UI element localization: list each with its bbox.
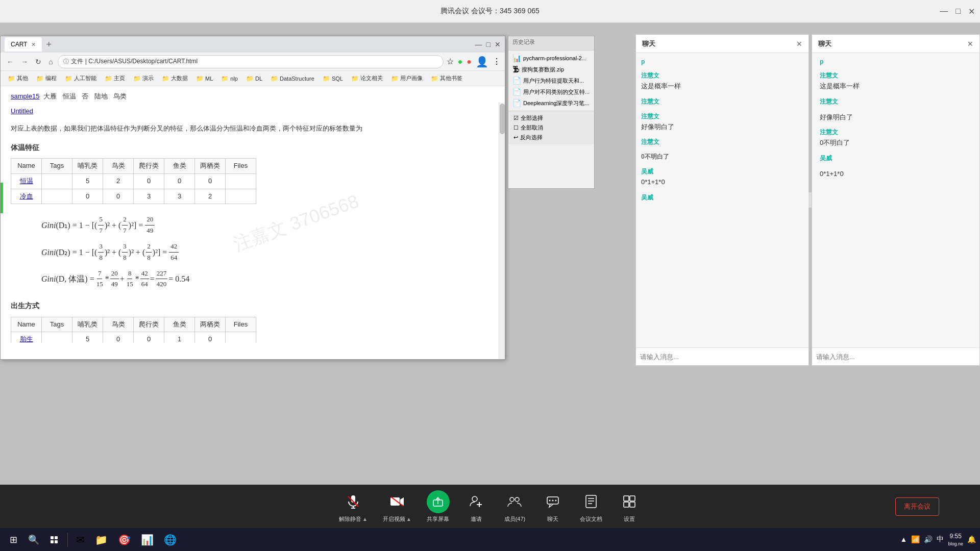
browser-minimize[interactable]: — <box>475 40 482 48</box>
chat-input-right[interactable] <box>816 353 975 361</box>
bookmark-user[interactable]: 📁 用户画像 <box>388 73 426 83</box>
taskbar-chrome[interactable]: 🌐 <box>160 532 181 548</box>
avatar-icon[interactable]: 👤 <box>476 56 488 68</box>
new-tab-button[interactable]: + <box>46 39 52 50</box>
taskbar-tencent[interactable]: 🎯 <box>114 532 135 548</box>
content-area: sample15 大雁 恒温 否 陆地 鸟类 Untitled 对应上表的数据，… <box>11 91 495 343</box>
th-tags: Tags <box>42 159 72 174</box>
taskbar-mail[interactable]: ✉ <box>72 532 89 548</box>
file-item-deep[interactable]: 📄 Deeplearning深度学习笔... <box>508 97 594 109</box>
file-item-sougou[interactable]: 🗜 搜狗复赛数据.zip <box>508 64 594 75</box>
td-m4: 3 <box>164 189 195 204</box>
chat-message: 吴威 <box>641 193 803 202</box>
bookmark-label: 编程 <box>45 74 57 82</box>
td-files <box>226 189 256 204</box>
taskbar-separator <box>67 533 68 547</box>
invert-btn[interactable]: ↩ 反向选择 <box>511 133 591 142</box>
frac-numerator: 227 <box>156 268 168 280</box>
browser-tab[interactable]: CART ✕ <box>5 37 42 52</box>
untitled-link[interactable]: Untitled <box>11 107 33 115</box>
input-icon[interactable]: 中 <box>937 535 944 544</box>
tab-close[interactable]: ✕ <box>31 41 36 48</box>
bookmark-ai[interactable]: 📁 人工智能 <box>62 73 100 83</box>
address-bar[interactable]: ⓘ 文件 | C:/Users/ASUS/Desktop/cart/CART.h… <box>58 55 443 68</box>
bookmark-label: SQL <box>332 76 343 82</box>
green-icon[interactable]: ● <box>458 57 463 66</box>
taisheng-link[interactable]: 胎生 <box>20 335 33 343</box>
file-item-pycharm[interactable]: 📊 pycharm-professional-2... <box>508 53 594 64</box>
bookmark-qita[interactable]: 📁 其他 <box>5 73 31 83</box>
taskbar-explorer[interactable]: 📁 <box>91 532 112 548</box>
lengxue-link[interactable]: 冷血 <box>20 192 33 200</box>
members-button[interactable]: 成员(47) <box>503 490 526 523</box>
td-m1: 5 <box>72 332 103 343</box>
frac-numerator: 3 <box>98 241 104 253</box>
bookmark-yanshi[interactable]: 📁 演示 <box>130 73 157 83</box>
file-item-user2[interactable]: 📄 用户对不同类别的交互特... <box>508 86 594 97</box>
chat-close-button[interactable]: ✕ <box>796 40 802 48</box>
search-button[interactable]: 🔍 <box>24 531 43 549</box>
volume-icon[interactable]: 🔊 <box>924 535 933 543</box>
bookmark-label: 主页 <box>114 74 125 82</box>
unmute-button[interactable]: 解除静音 ▲ <box>339 490 368 523</box>
frac-numerator: 2 <box>122 214 128 226</box>
chat-icon <box>542 490 565 513</box>
notification-icon[interactable]: 🔔 <box>967 535 976 543</box>
video-button[interactable]: 开启视频 ▲ <box>383 490 411 523</box>
bookmark-bigdata[interactable]: 📁 大数据 <box>159 73 191 83</box>
bookmark-dl[interactable]: 📁 DL <box>243 74 265 83</box>
taskview-button[interactable] <box>45 531 63 549</box>
settings-button[interactable]: 设置 <box>618 490 641 523</box>
deselect-all-btn[interactable]: ☐ 全部取消 <box>511 123 591 133</box>
leave-meeting-button[interactable]: 离开会议 <box>895 497 939 516</box>
file-item-user1[interactable]: 📄 用户行为特征提取天和... <box>508 75 594 86</box>
share-button[interactable]: 共享屏幕 <box>427 490 450 523</box>
td-tags <box>42 189 72 204</box>
chat-sender: 吴威 <box>820 154 972 163</box>
reload-button[interactable]: ↻ <box>33 57 43 67</box>
math-section: Gini (D₁) = 1 − [( 5 7 )² + ( 2 7 )²] = … <box>41 214 495 290</box>
menu-icon[interactable]: ⋮ <box>493 57 501 66</box>
maximize-button[interactable]: □ <box>955 7 961 16</box>
red-icon[interactable]: ● <box>467 57 472 66</box>
forward-button[interactable]: → <box>19 57 30 67</box>
bookmark-paper[interactable]: 📁 论文相关 <box>348 73 386 83</box>
bookmark-sql[interactable]: 📁 SQL <box>320 74 346 83</box>
mic-icon <box>342 490 365 513</box>
sample15-link[interactable]: sample15 <box>11 91 39 102</box>
taskbar-excel[interactable]: 📊 <box>137 532 158 548</box>
browser-close[interactable]: ✕ <box>495 40 501 48</box>
table-row: 恒温 5 2 0 0 0 <box>11 173 256 189</box>
bookmark-label: ML <box>205 76 213 82</box>
close-button[interactable]: ✕ <box>968 7 975 16</box>
minimize-button[interactable]: — <box>940 7 948 16</box>
svg-rect-4 <box>390 497 400 506</box>
bookmark-other-books[interactable]: 📁 其他书签 <box>428 73 465 83</box>
select-all-btn[interactable]: ☑ 全部选择 <box>511 113 591 123</box>
start-button[interactable]: ⊞ <box>4 531 22 549</box>
chat-button[interactable]: 聊天 <box>542 490 565 523</box>
bookmark-home[interactable]: 📁 主页 <box>102 73 128 83</box>
section1-title: 体温特征 <box>11 142 495 153</box>
bookmark-ml[interactable]: 📁 ML <box>193 74 216 83</box>
docs-button[interactable]: 会议文档 <box>580 490 603 523</box>
bookmark-ds[interactable]: 📁 DataStructure <box>267 74 317 83</box>
clock: 9:55 blog.ne <box>948 532 963 547</box>
gini-d2-line: Gini (D₂) = 1 − [( 3 8 )² + ( 3 8 )² + (… <box>41 241 495 263</box>
chat-message: p <box>641 58 803 65</box>
home-button[interactable]: ⌂ <box>46 57 55 67</box>
bookmark-biancheng[interactable]: 📁 编程 <box>33 73 60 83</box>
chat-input[interactable] <box>640 353 804 361</box>
bookmark-nlp[interactable]: 📁 nlp <box>218 74 241 83</box>
scroll-thumb[interactable] <box>500 104 505 134</box>
browser-maximize[interactable]: □ <box>486 40 491 48</box>
network-icon[interactable]: 📶 <box>911 535 920 543</box>
scrollbar[interactable] <box>499 103 505 359</box>
hengwen-link[interactable]: 恒温 <box>20 177 33 185</box>
system-tray-arrow[interactable]: ▲ <box>900 535 908 543</box>
chat-close-right[interactable]: ✕ <box>967 40 973 48</box>
back-button[interactable]: ← <box>5 57 16 67</box>
bookmark-star-icon[interactable]: ☆ <box>447 57 454 66</box>
gini-d-label: Gini <box>41 272 56 286</box>
invite-button[interactable]: 邀请 <box>465 490 488 523</box>
